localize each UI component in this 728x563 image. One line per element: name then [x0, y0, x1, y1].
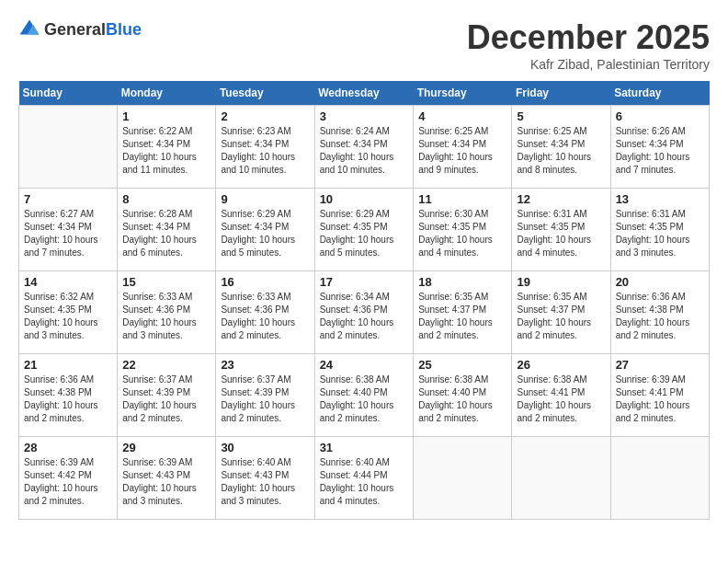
day-number: 11: [418, 192, 506, 206]
calendar-cell: 3Sunrise: 6:24 AM Sunset: 4:34 PM Daylig…: [314, 106, 414, 189]
calendar-cell: 10Sunrise: 6:29 AM Sunset: 4:35 PM Dayli…: [314, 189, 414, 271]
day-header-tuesday: Tuesday: [216, 81, 314, 106]
calendar-cell: 31Sunrise: 6:40 AM Sunset: 4:44 PM Dayli…: [314, 437, 414, 520]
calendar-cell: 9Sunrise: 6:29 AM Sunset: 4:34 PM Daylig…: [216, 189, 314, 271]
calendar-cell: 2Sunrise: 6:23 AM Sunset: 4:34 PM Daylig…: [216, 106, 314, 189]
day-info: Sunrise: 6:25 AM Sunset: 4:34 PM Dayligh…: [418, 125, 506, 177]
day-number: 27: [616, 358, 704, 372]
calendar-cell: 22Sunrise: 6:37 AM Sunset: 4:39 PM Dayli…: [118, 354, 216, 437]
day-info: Sunrise: 6:31 AM Sunset: 4:35 PM Dayligh…: [517, 208, 605, 259]
day-number: 30: [221, 441, 309, 454]
day-number: 4: [418, 109, 506, 123]
day-info: Sunrise: 6:35 AM Sunset: 4:37 PM Dayligh…: [517, 291, 605, 342]
calendar-cell: 18Sunrise: 6:35 AM Sunset: 4:37 PM Dayli…: [414, 271, 512, 354]
logo-icon: [18, 18, 40, 40]
day-info: Sunrise: 6:32 AM Sunset: 4:35 PM Dayligh…: [24, 291, 112, 342]
day-number: 13: [616, 192, 704, 206]
calendar-cell: 5Sunrise: 6:25 AM Sunset: 4:34 PM Daylig…: [512, 106, 610, 189]
calendar-cell: 14Sunrise: 6:32 AM Sunset: 4:35 PM Dayli…: [19, 271, 118, 354]
calendar-cell: 8Sunrise: 6:28 AM Sunset: 4:34 PM Daylig…: [118, 189, 216, 271]
day-info: Sunrise: 6:34 AM Sunset: 4:36 PM Dayligh…: [320, 291, 409, 342]
week-row-2: 7Sunrise: 6:27 AM Sunset: 4:34 PM Daylig…: [19, 189, 710, 271]
week-row-5: 28Sunrise: 6:39 AM Sunset: 4:42 PM Dayli…: [19, 437, 710, 520]
page-header: GeneralBlue December 2025 Kafr Zibad, Pa…: [18, 18, 710, 72]
calendar-cell: 7Sunrise: 6:27 AM Sunset: 4:34 PM Daylig…: [19, 189, 118, 271]
logo-blue: Blue: [106, 20, 142, 39]
day-info: Sunrise: 6:39 AM Sunset: 4:42 PM Dayligh…: [24, 456, 112, 508]
title-area: December 2025 Kafr Zibad, Palestinian Te…: [467, 18, 710, 72]
day-info: Sunrise: 6:31 AM Sunset: 4:35 PM Dayligh…: [616, 208, 704, 259]
logo: GeneralBlue: [18, 18, 142, 40]
logo-general: General: [44, 20, 106, 39]
day-number: 12: [517, 192, 605, 206]
day-info: Sunrise: 6:24 AM Sunset: 4:34 PM Dayligh…: [320, 125, 409, 177]
day-info: Sunrise: 6:40 AM Sunset: 4:44 PM Dayligh…: [320, 456, 409, 508]
day-info: Sunrise: 6:28 AM Sunset: 4:34 PM Dayligh…: [122, 208, 210, 259]
day-header-saturday: Saturday: [610, 81, 709, 106]
day-number: 23: [221, 358, 309, 372]
day-info: Sunrise: 6:33 AM Sunset: 4:36 PM Dayligh…: [122, 291, 210, 342]
day-number: 20: [616, 275, 704, 289]
calendar-cell: 6Sunrise: 6:26 AM Sunset: 4:34 PM Daylig…: [610, 106, 709, 189]
day-number: 18: [418, 275, 506, 289]
day-number: 25: [418, 358, 506, 372]
day-number: 1: [122, 109, 210, 123]
day-info: Sunrise: 6:40 AM Sunset: 4:43 PM Dayligh…: [221, 456, 309, 508]
day-number: 19: [517, 275, 605, 289]
day-number: 10: [320, 192, 409, 206]
calendar-cell: 17Sunrise: 6:34 AM Sunset: 4:36 PM Dayli…: [314, 271, 414, 354]
calendar-table: SundayMondayTuesdayWednesdayThursdayFrid…: [18, 81, 710, 520]
day-number: 7: [24, 192, 112, 206]
day-number: 5: [517, 109, 605, 123]
calendar-cell: [19, 106, 118, 189]
location-subtitle: Kafr Zibad, Palestinian Territory: [467, 57, 710, 72]
calendar-cell: 19Sunrise: 6:35 AM Sunset: 4:37 PM Dayli…: [512, 271, 610, 354]
day-number: 22: [122, 358, 210, 372]
day-info: Sunrise: 6:36 AM Sunset: 4:38 PM Dayligh…: [24, 373, 112, 425]
calendar-cell: 1Sunrise: 6:22 AM Sunset: 4:34 PM Daylig…: [118, 106, 216, 189]
day-number: 15: [122, 275, 210, 289]
day-info: Sunrise: 6:30 AM Sunset: 4:35 PM Dayligh…: [418, 208, 506, 259]
calendar-cell: [512, 437, 610, 520]
day-number: 14: [24, 275, 112, 289]
calendar-cell: 24Sunrise: 6:38 AM Sunset: 4:40 PM Dayli…: [314, 354, 414, 437]
day-info: Sunrise: 6:39 AM Sunset: 4:41 PM Dayligh…: [616, 373, 704, 425]
day-info: Sunrise: 6:29 AM Sunset: 4:34 PM Dayligh…: [221, 208, 309, 259]
calendar-cell: 15Sunrise: 6:33 AM Sunset: 4:36 PM Dayli…: [118, 271, 216, 354]
calendar-cell: 16Sunrise: 6:33 AM Sunset: 4:36 PM Dayli…: [216, 271, 314, 354]
day-number: 3: [320, 109, 409, 123]
day-number: 26: [517, 358, 605, 372]
day-info: Sunrise: 6:27 AM Sunset: 4:34 PM Dayligh…: [24, 208, 112, 259]
day-number: 29: [122, 441, 210, 454]
day-number: 8: [122, 192, 210, 206]
calendar-cell: 26Sunrise: 6:38 AM Sunset: 4:41 PM Dayli…: [512, 354, 610, 437]
calendar-cell: 28Sunrise: 6:39 AM Sunset: 4:42 PM Dayli…: [19, 437, 118, 520]
day-info: Sunrise: 6:23 AM Sunset: 4:34 PM Dayligh…: [221, 125, 309, 177]
day-header-thursday: Thursday: [414, 81, 512, 106]
day-number: 21: [24, 358, 112, 372]
day-header-sunday: Sunday: [19, 81, 118, 106]
month-title: December 2025: [467, 18, 710, 57]
calendar-cell: 27Sunrise: 6:39 AM Sunset: 4:41 PM Dayli…: [610, 354, 709, 437]
day-info: Sunrise: 6:33 AM Sunset: 4:36 PM Dayligh…: [221, 291, 309, 342]
day-info: Sunrise: 6:37 AM Sunset: 4:39 PM Dayligh…: [122, 373, 210, 425]
calendar-cell: 23Sunrise: 6:37 AM Sunset: 4:39 PM Dayli…: [216, 354, 314, 437]
week-row-4: 21Sunrise: 6:36 AM Sunset: 4:38 PM Dayli…: [19, 354, 710, 437]
day-info: Sunrise: 6:39 AM Sunset: 4:43 PM Dayligh…: [122, 456, 210, 508]
week-row-3: 14Sunrise: 6:32 AM Sunset: 4:35 PM Dayli…: [19, 271, 710, 354]
calendar-cell: 25Sunrise: 6:38 AM Sunset: 4:40 PM Dayli…: [414, 354, 512, 437]
calendar-cell: 12Sunrise: 6:31 AM Sunset: 4:35 PM Dayli…: [512, 189, 610, 271]
day-number: 9: [221, 192, 309, 206]
day-info: Sunrise: 6:37 AM Sunset: 4:39 PM Dayligh…: [221, 373, 309, 425]
day-number: 31: [320, 441, 409, 454]
day-info: Sunrise: 6:38 AM Sunset: 4:41 PM Dayligh…: [517, 373, 605, 425]
day-number: 28: [24, 441, 112, 454]
week-row-1: 1Sunrise: 6:22 AM Sunset: 4:34 PM Daylig…: [19, 106, 710, 189]
day-number: 17: [320, 275, 409, 289]
day-info: Sunrise: 6:29 AM Sunset: 4:35 PM Dayligh…: [320, 208, 409, 259]
calendar-header-row: SundayMondayTuesdayWednesdayThursdayFrid…: [19, 81, 710, 106]
day-info: Sunrise: 6:38 AM Sunset: 4:40 PM Dayligh…: [320, 373, 409, 425]
calendar-cell: [610, 437, 709, 520]
day-number: 6: [616, 109, 704, 123]
day-info: Sunrise: 6:22 AM Sunset: 4:34 PM Dayligh…: [122, 125, 210, 177]
